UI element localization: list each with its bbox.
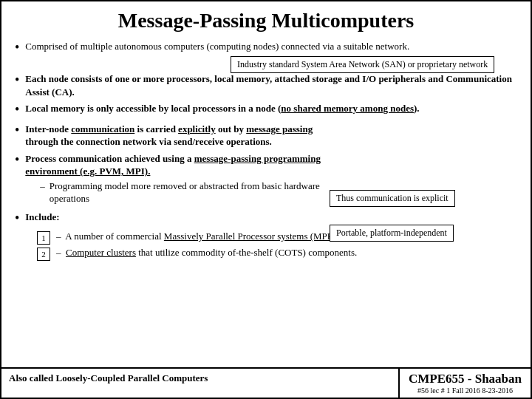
bullet-text-5: Process communication achieved using a m… — [25, 152, 335, 207]
numbered-text-2: – Computer clusters that utilize commodi… — [56, 247, 357, 259]
sub-dash-5-1: – — [40, 180, 45, 193]
bullet-text-2: Each node consists of one or more proces… — [25, 72, 517, 98]
numbered-item-2: 2 – Computer clusters that utilize commo… — [37, 247, 517, 261]
bullet-2: • Each node consists of one or more proc… — [15, 72, 517, 98]
bullet-3: • Local memory is only accessible by loc… — [15, 102, 517, 118]
tooltip-explicit: Thus communication is explicit — [330, 190, 455, 207]
slide: Message-Passing Multicomputers • Compris… — [0, 0, 532, 399]
bullet-dot-5: • — [15, 151, 19, 168]
number-1: 1 — [41, 233, 46, 242]
footer: Also called Loosely-Coupled Parallel Com… — [1, 367, 531, 398]
sub-bullet-5-1: – Programming model more removed or abst… — [40, 180, 335, 205]
number-box-1: 1 — [37, 231, 50, 245]
bullet-text-4: Inter-node communication is carried expl… — [25, 123, 335, 149]
bullet-dot-3: • — [15, 100, 19, 118]
bullet-dot-6: • — [15, 209, 19, 227]
tooltip-san: Industry standard System Area Network (S… — [231, 56, 494, 73]
footer-meta: #56 lec # 1 Fall 2016 8-23-2016 — [417, 386, 513, 395]
numbered-text-1: – A number of commercial Massively Paral… — [56, 231, 342, 242]
bullet-text-3: Local memory is only accessible by local… — [25, 102, 517, 115]
number-box-2: 2 — [37, 248, 50, 261]
sub-text-5-1: Programming model more removed or abstra… — [50, 180, 336, 205]
bullet-text-1: Comprised of multiple autonomous compute… — [25, 40, 517, 53]
bullet-dot-4: • — [15, 121, 19, 139]
bullet-1: • Comprised of multiple autonomous compu… — [15, 40, 517, 56]
footer-left: Also called Loosely-Coupled Parallel Com… — [1, 369, 400, 398]
slide-title: Message-Passing Multicomputers — [15, 9, 517, 33]
bullet-4: • Inter-node communication is carried ex… — [15, 123, 517, 149]
footer-course: CMPE655 - Shaaban — [409, 372, 522, 386]
bullet-text-6: Include: — [25, 211, 517, 224]
number-2: 2 — [41, 250, 46, 259]
sub-bullets-5: – Programming model more removed or abst… — [25, 180, 335, 205]
bullet-dot-2: • — [15, 71, 19, 89]
bullet-dot-1: • — [15, 38, 19, 56]
footer-right: CMPE655 - Shaaban #56 lec # 1 Fall 2016 … — [400, 369, 531, 398]
tooltip-portable: Portable, platform-independent — [330, 225, 454, 242]
